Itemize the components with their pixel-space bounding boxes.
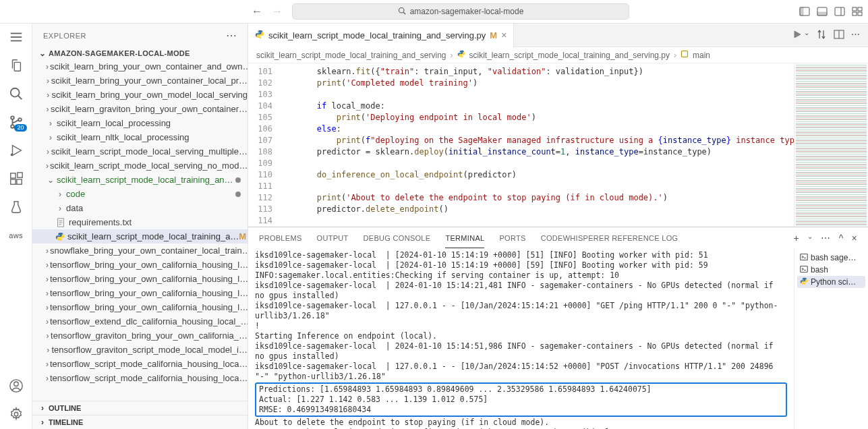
split-editor-icon[interactable] bbox=[834, 29, 844, 42]
extensions-icon[interactable] bbox=[8, 171, 24, 187]
svg-point-28 bbox=[13, 382, 18, 386]
tree-folder[interactable]: ›scikit_learn_bring_your_own_container_a… bbox=[32, 59, 248, 74]
search-icon bbox=[398, 7, 406, 17]
terminal-highlight-box: Predictions: [1.65984893 1.65984893 0.89… bbox=[255, 382, 787, 417]
editor-area: scikit_learn_script_mode_local_training_… bbox=[248, 24, 868, 429]
code-content[interactable]: sklearn.fit({"train": train_input, "vali… bbox=[278, 63, 794, 227]
tree-folder[interactable]: ›tensorflow_script_mode_california_housi… bbox=[32, 357, 248, 371]
explorer-icon[interactable] bbox=[8, 57, 24, 74]
layout-primary-sidebar-icon[interactable] bbox=[799, 6, 810, 17]
tree-file[interactable]: scikit_learn_script_mode_local_training_… bbox=[32, 229, 248, 244]
testing-icon[interactable] bbox=[8, 199, 24, 215]
menu-icon[interactable] bbox=[8, 29, 24, 45]
tree-folder[interactable]: ›scikit_learn_graviton_bring_your_own_co… bbox=[32, 102, 248, 116]
more-actions-icon[interactable]: ⋯ bbox=[851, 29, 860, 42]
line-gutter: 1011021031041051061071081091101111121131… bbox=[248, 63, 278, 227]
svg-rect-23 bbox=[10, 179, 15, 184]
explorer-sidebar: EXPLORER ⋯ ⌄ AMAZON-SAGEMAKER-LOCAL-MODE… bbox=[32, 24, 248, 429]
terminal-list-item[interactable]: Python sci… bbox=[797, 276, 865, 288]
tree-item-label: tensorflow_graviton_script_mode_local_mo… bbox=[52, 345, 248, 355]
panel-tab-problems[interactable]: PROBLEMS bbox=[259, 229, 302, 248]
sidebar-section-timeline[interactable]: ›TIMELINE bbox=[32, 415, 248, 429]
minimap[interactable] bbox=[794, 63, 868, 227]
chevron-right-icon: › bbox=[55, 190, 65, 199]
tree-file[interactable]: requirements.txt bbox=[32, 215, 248, 229]
terminal-dropdown-icon[interactable]: ⌄ bbox=[807, 233, 813, 244]
modified-dot-icon bbox=[235, 192, 241, 197]
layout-panel-icon[interactable] bbox=[817, 6, 828, 17]
chevron-right-icon: › bbox=[38, 403, 47, 413]
tree-folder[interactable]: ›tensorflow_graviton_script_mode_local_m… bbox=[32, 343, 248, 357]
nav-back-icon[interactable]: ← bbox=[252, 5, 262, 18]
close-panel-icon[interactable]: × bbox=[852, 233, 857, 244]
editor-tab[interactable]: scikit_learn_script_mode_local_training_… bbox=[248, 24, 514, 47]
run-debug-icon[interactable] bbox=[8, 142, 24, 159]
command-center[interactable]: amazon-sagemaker-local-mode bbox=[292, 3, 629, 20]
python-file-icon bbox=[255, 30, 264, 41]
terminal-list-item[interactable]: bash bbox=[797, 264, 865, 276]
tree-folder[interactable]: ›tensorflow_extend_dlc_california_housin… bbox=[32, 314, 248, 328]
panel-tab-output[interactable]: OUTPUT bbox=[317, 229, 349, 248]
chevron-right-icon: › bbox=[55, 204, 65, 213]
settings-gear-icon[interactable] bbox=[8, 406, 24, 422]
panel-tab-codewhisperer-reference-log[interactable]: CODEWHISPERER REFERENCE LOG bbox=[541, 229, 678, 248]
tree-folder[interactable]: ›code bbox=[32, 187, 248, 201]
aws-icon[interactable]: aws bbox=[8, 227, 24, 244]
sidebar-section-outline[interactable]: ›OUTLINE bbox=[32, 401, 248, 415]
tree-folder[interactable]: ›scikit_learn_bring_your_own_model_local… bbox=[32, 88, 248, 102]
code-editor[interactable]: 1011021031041051061071081091101111121131… bbox=[248, 63, 868, 227]
tree-folder[interactable]: ›data bbox=[32, 201, 248, 215]
symbol-function-icon bbox=[681, 50, 689, 60]
tree-folder[interactable]: ›tensorflow_bring_your_own_california_ho… bbox=[32, 286, 248, 300]
tree-item-label: scikit_learn_script_mode_local_serving_m… bbox=[51, 146, 248, 156]
chevron-right-icon: › bbox=[46, 90, 50, 100]
explorer-more-icon[interactable]: ⋯ bbox=[226, 29, 237, 42]
tree-item-label: tensorflow_script_mode_california_housin… bbox=[50, 359, 248, 369]
run-dropdown-icon[interactable]: ⌄ bbox=[804, 29, 809, 42]
tree-item-label: scikit_learn_script_mode_local_training_… bbox=[67, 231, 239, 241]
tree-folder[interactable]: ›scikit_learn_script_mode_local_serving_… bbox=[32, 144, 248, 159]
tree-folder[interactable]: ›snowflake_bring_your_own_container_loca… bbox=[32, 244, 248, 258]
accounts-icon[interactable] bbox=[8, 378, 24, 394]
panel-more-icon[interactable]: ⋯ bbox=[821, 233, 830, 244]
layout-secondary-sidebar-icon[interactable] bbox=[834, 6, 845, 17]
tree-item-label: requirements.txt bbox=[69, 217, 132, 227]
chevron-right-icon: › bbox=[46, 289, 49, 298]
run-button-icon[interactable] bbox=[792, 29, 803, 42]
search-activity-icon[interactable] bbox=[8, 86, 24, 102]
new-terminal-icon[interactable]: + bbox=[794, 233, 799, 244]
tree-folder[interactable]: ›scikit_learn_script_mode_local_serving_… bbox=[32, 159, 248, 173]
layout-customize-icon[interactable] bbox=[852, 6, 863, 17]
tree-folder[interactable]: ›tensorflow_bring_your_own_california_ho… bbox=[32, 300, 248, 314]
file-tree[interactable]: ⌄ AMAZON-SAGEMAKER-LOCAL-MODE ›scikit_le… bbox=[32, 47, 248, 401]
tree-item-label: scikit_learn_bring_your_own_container_lo… bbox=[51, 76, 248, 86]
svg-rect-8 bbox=[852, 7, 857, 11]
svg-rect-5 bbox=[817, 12, 827, 16]
tree-folder[interactable]: ⌄scikit_learn_script_mode_local_training… bbox=[32, 173, 248, 187]
breadcrumb-file[interactable]: scikit_learn_script_mode_local_training_… bbox=[469, 51, 670, 60]
breadcrumb-folder[interactable]: scikit_learn_script_mode_local_training_… bbox=[256, 51, 446, 60]
tree-folder[interactable]: ›scikit_learn_local_processing bbox=[32, 116, 248, 130]
panel-tab-ports[interactable]: PORTS bbox=[499, 229, 525, 248]
tree-folder[interactable]: ›tensorflow_graviton_bring_your_own_cali… bbox=[32, 328, 248, 343]
tree-item-label: scikit_learn_bring_your_own_model_local_… bbox=[51, 90, 248, 100]
tree-folder[interactable]: ›tensorflow_bring_your_own_california_ho… bbox=[32, 258, 248, 272]
panel-tab-terminal[interactable]: TERMINAL bbox=[445, 229, 484, 248]
compare-changes-icon[interactable] bbox=[816, 29, 827, 42]
tree-item-label: scikit_learn_script_mode_local_training_… bbox=[57, 175, 233, 185]
terminal-output[interactable]: iksd109lce-sagemaker-local | [2024-01-10… bbox=[248, 249, 794, 429]
workspace-root[interactable]: ⌄ AMAZON-SAGEMAKER-LOCAL-MODE bbox=[32, 47, 248, 59]
breadcrumb-symbol[interactable]: main bbox=[693, 51, 710, 60]
panel-tab-debug-console[interactable]: DEBUG CONSOLE bbox=[364, 229, 431, 248]
tree-folder[interactable]: ›scikit_learn_nltk_local_processing bbox=[32, 130, 248, 144]
tab-close-icon[interactable]: × bbox=[501, 30, 507, 40]
tree-folder[interactable]: ›tensorflow_bring_your_own_california_ho… bbox=[32, 272, 248, 286]
chevron-right-icon: › bbox=[46, 331, 49, 341]
terminal-list: bash sage…bashPython sci… bbox=[794, 249, 868, 429]
terminal-list-item[interactable]: bash sage… bbox=[797, 252, 865, 264]
tree-folder[interactable]: ›scikit_learn_bring_your_own_container_l… bbox=[32, 74, 248, 88]
maximize-panel-icon[interactable]: ^ bbox=[839, 233, 844, 244]
breadcrumb[interactable]: scikit_learn_script_mode_local_training_… bbox=[248, 47, 868, 63]
tree-folder[interactable]: ›tensorflow_script_mode_california_housi… bbox=[32, 371, 248, 385]
source-control-icon[interactable]: 20 bbox=[8, 114, 24, 130]
